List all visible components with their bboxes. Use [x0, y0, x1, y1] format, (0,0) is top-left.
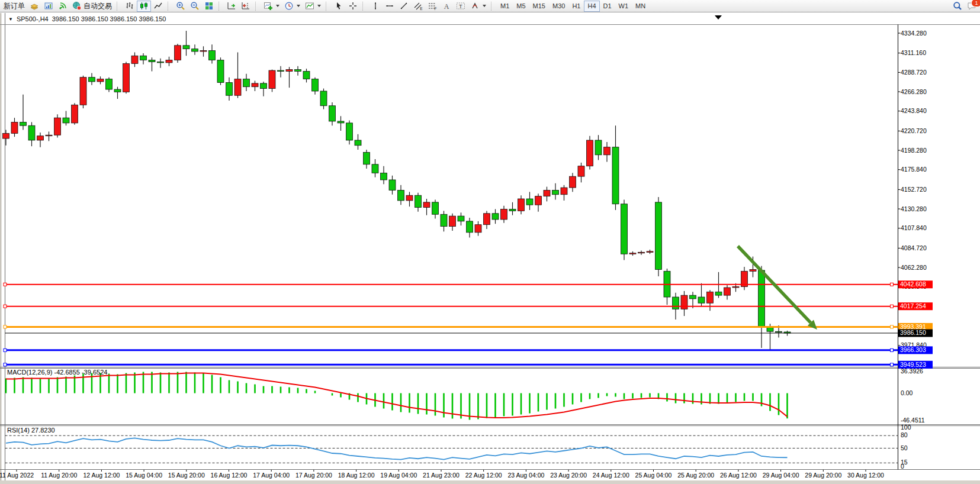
chat-button[interactable]: 1 [965, 1, 979, 12]
svg-text:17 Aug 04:00: 17 Aug 04:00 [253, 472, 290, 479]
svg-text:15 Aug 04:00: 15 Aug 04:00 [126, 472, 162, 479]
price-line-label: 4042.608 [898, 280, 933, 288]
zoom-out-icon [190, 1, 200, 11]
timeframe-label: W1 [618, 1, 630, 12]
svg-text:4042.608: 4042.608 [900, 280, 926, 288]
timeframe-label: D1 [602, 1, 613, 12]
text-tool-button[interactable]: A [439, 1, 454, 12]
timeframe-m15[interactable]: M15 [529, 1, 549, 12]
scroll-end-icon [227, 1, 236, 11]
svg-text:19 Aug 04:00: 19 Aug 04:00 [380, 472, 417, 479]
chart-shift-button[interactable] [239, 1, 253, 12]
time-axis: 11 Aug 202211 Aug 20:0012 Aug 12:0015 Au… [0, 470, 884, 479]
chevron-down-icon [297, 5, 300, 7]
timeframe-w1[interactable]: W1 [615, 1, 632, 12]
vertical-line-tool-button[interactable] [368, 1, 383, 12]
svg-text:A: A [444, 2, 449, 11]
notification-badge: 1 [971, 0, 980, 7]
templates-button[interactable] [303, 1, 323, 12]
market-watch-button[interactable] [41, 1, 56, 12]
rsi-label: RSI(14) 27.8230 [7, 427, 55, 434]
zoom-in-icon [176, 1, 185, 11]
chart-symbol-period: SP500-,H4 [17, 15, 49, 22]
periods-button[interactable] [282, 1, 303, 12]
chart-title-bar: ▼ SP500-,H4 3986.150 3986.150 3986.150 3… [8, 15, 166, 22]
toolbar-separator [168, 2, 172, 11]
gold-docs-icon [30, 1, 39, 11]
auto-scroll-button[interactable] [224, 1, 239, 12]
new-chart-button[interactable] [261, 1, 282, 12]
clock-icon [284, 1, 294, 11]
svg-text:26 Aug 12:00: 26 Aug 12:00 [720, 472, 757, 479]
svg-text:4130.280: 4130.280 [901, 205, 927, 212]
equidistant-channel-tool-button[interactable]: E [411, 1, 425, 12]
zoom-in-button[interactable] [173, 1, 188, 12]
svg-text:29 Aug 20:00: 29 Aug 20:00 [805, 472, 841, 479]
svg-text:4243.840: 4243.840 [901, 107, 927, 114]
crosshair-tool-button[interactable] [346, 1, 360, 12]
chart-expander-icon[interactable]: ▼ [8, 17, 13, 22]
zoom-out-button[interactable] [188, 1, 202, 12]
timeframe-h4[interactable]: H4 [584, 1, 599, 12]
chart-canvas[interactable]: 4334.2804311.1604288.7204266.2804243.840… [0, 0, 980, 484]
svg-text:50: 50 [901, 444, 908, 451]
line-chart-icon [153, 1, 163, 11]
auto-trading-label: 自动交易 [83, 1, 112, 12]
timeframe-d1[interactable]: D1 [600, 1, 615, 12]
price-line-label: 3966.303 [898, 346, 933, 354]
globe-trade-icon [72, 1, 82, 11]
bar-chart-mode-button[interactable] [123, 1, 137, 12]
auto-trading-button[interactable]: 自动交易 [70, 1, 114, 12]
svg-text:4220.720: 4220.720 [901, 127, 927, 134]
search-button[interactable] [950, 1, 965, 12]
new-order-button[interactable]: 新订单 [1, 1, 27, 12]
crosshair-icon [348, 1, 358, 11]
line-chart-mode-button[interactable] [151, 1, 165, 12]
timeframe-m30[interactable]: M30 [549, 1, 568, 12]
svg-text:17 Aug 20:00: 17 Aug 20:00 [295, 472, 332, 479]
chart-quotes: 3986.150 3986.150 3986.150 3986.150 [52, 15, 166, 22]
toolbar-separator [219, 2, 223, 11]
svg-text:4334.280: 4334.280 [901, 30, 927, 37]
text-a-icon: A [442, 1, 451, 11]
svg-text:4198.280: 4198.280 [901, 147, 927, 154]
horizontal-line-tool-button[interactable] [383, 1, 397, 12]
svg-text:30 Aug 12:00: 30 Aug 12:00 [847, 472, 884, 479]
tile-windows-button[interactable] [202, 1, 216, 12]
svg-text:80: 80 [901, 431, 908, 438]
svg-text:100: 100 [901, 424, 911, 431]
timeframe-mn[interactable]: MN [632, 1, 649, 12]
market-watch-icon [44, 1, 53, 11]
order-book-button[interactable] [27, 1, 41, 12]
svg-text:23 Aug 20:00: 23 Aug 20:00 [550, 472, 587, 479]
chevron-down-icon [483, 5, 486, 7]
timeframe-m1[interactable]: M1 [497, 1, 513, 12]
svg-text:0.00: 0.00 [901, 389, 913, 396]
cursor-tool-button[interactable] [332, 1, 346, 12]
svg-text:4288.720: 4288.720 [901, 69, 927, 76]
tile-windows-icon [204, 1, 214, 11]
candle-chart-mode-button[interactable] [137, 1, 151, 12]
svg-text:12 Aug 12:00: 12 Aug 12:00 [83, 472, 120, 479]
timeframe-m5[interactable]: M5 [513, 1, 529, 12]
fibonacci-tool-button[interactable]: F [425, 1, 439, 12]
svg-text:36.3926: 36.3926 [901, 367, 923, 375]
shapes-icon [470, 1, 480, 11]
svg-text:4152.720: 4152.720 [901, 186, 927, 193]
svg-text:-46.4511: -46.4511 [901, 417, 925, 424]
candles-chart-icon [139, 1, 149, 11]
vline-icon [371, 1, 380, 11]
text-label-tool-button[interactable]: T [454, 1, 468, 12]
trendline-tool-button[interactable] [397, 1, 411, 12]
svg-text:22 Aug 12:00: 22 Aug 12:00 [465, 472, 502, 479]
svg-text:21 Aug 23:00: 21 Aug 23:00 [423, 472, 460, 479]
svg-text:4266.280: 4266.280 [901, 88, 927, 95]
timeframe-label: M15 [532, 1, 547, 12]
svg-text:23 Aug 04:00: 23 Aug 04:00 [507, 472, 544, 479]
timeframe-h1[interactable]: H1 [568, 1, 584, 12]
svg-text:4175.840: 4175.840 [901, 166, 927, 173]
arrows-tool-button[interactable] [468, 1, 489, 12]
timeframe-label: H1 [571, 1, 581, 12]
chevron-down-icon [317, 5, 321, 7]
signals-button[interactable] [56, 1, 70, 12]
